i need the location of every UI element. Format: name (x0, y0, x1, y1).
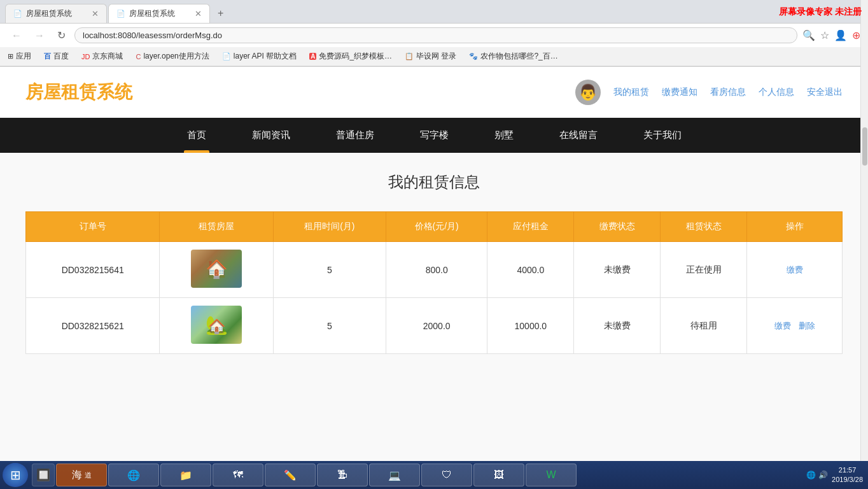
star-icon[interactable]: ☆ (820, 29, 829, 41)
tab-icon-2: 📄 (116, 10, 125, 18)
pay-button-2[interactable]: 缴费 (774, 321, 791, 330)
avatar-image: 👨 (578, 83, 598, 101)
bookmark-source-label: 免费源码_织梦模板… (319, 51, 392, 62)
order-id-2: DD0328215621 (26, 298, 160, 354)
chrome-icon: 🌐 (127, 469, 140, 472)
bookmark-layer-api[interactable]: 📄 layer API 帮助文档 (220, 50, 299, 63)
rental-status-2: 待租用 (661, 298, 747, 354)
bookmark-apps-label: 应用 (16, 51, 31, 62)
search-icon[interactable]: 🔍 (802, 29, 815, 41)
bookmark-source[interactable]: A 免费源码_织梦模板… (307, 50, 395, 63)
layer-api-icon: 📄 (222, 52, 231, 60)
taskbar-app-remote[interactable]: 💻 (369, 464, 420, 471)
view-house-link[interactable]: 看房信息 (710, 87, 746, 98)
bookmark-farm-label: 农作物包括哪些?_百… (480, 51, 557, 62)
bookmark-bishe[interactable]: 📋 毕设网 登录 (402, 50, 459, 63)
house-thumbnail-1 (191, 250, 242, 288)
refresh-button[interactable]: ↻ (53, 28, 69, 43)
col-rent: 应付租金 (487, 212, 574, 242)
source-icon: A (309, 53, 316, 60)
my-rental-link[interactable]: 我的租赁 (613, 87, 649, 98)
toolbar-icons: 🔍 ☆ 👤 ⊕ (802, 29, 860, 41)
taskbar-app-zip[interactable]: 🗜 (317, 464, 368, 471)
taskbar-app-design[interactable]: ✏️ (265, 464, 316, 471)
taskbar-app-map[interactable]: 🗺 (213, 464, 263, 471)
tab-2-close[interactable]: ✕ (195, 9, 202, 18)
bookmark-layer-label: layer.open使用方法 (143, 51, 209, 62)
bookmark-farm[interactable]: 🐾 农作物包括哪些?_百… (466, 50, 560, 63)
tab-bar: 📄 房屋租赁系统 ✕ 📄 房屋租赁系统 ✕ + (0, 0, 868, 23)
scrollbar-thumb[interactable] (862, 127, 867, 166)
start-button[interactable]: ⊞ (3, 463, 28, 471)
bookmark-jd[interactable]: JD 京东商城 (79, 50, 125, 63)
table-row: DD0328215641 5 800.0 4000.0 未缴费 正在使用 缴费 (26, 242, 843, 298)
bookmarks-bar: ⊞ 应用 百 百度 JD 京东商城 C layer.open使用方法 📄 lay… (0, 47, 868, 66)
logout-link[interactable]: 安全退出 (807, 87, 843, 98)
bookmark-layer[interactable]: C layer.open使用方法 (133, 50, 211, 63)
personal-info-link[interactable]: 个人信息 (759, 87, 794, 98)
farm-icon: 🐾 (469, 52, 478, 60)
price-2: 2000.0 (386, 298, 487, 354)
bookmark-bishe-label: 毕设网 登录 (416, 51, 456, 62)
rent-1: 4000.0 (487, 242, 574, 298)
nav-news[interactable]: 新闻资讯 (242, 118, 300, 153)
nav-message[interactable]: 在线留言 (549, 118, 608, 153)
new-tab-button[interactable]: + (211, 4, 230, 23)
actions-2: 缴费 删除 (747, 298, 843, 354)
taskbar-app-chrome[interactable]: 🌐 (108, 464, 159, 471)
map-icon: 🗺 (233, 469, 243, 471)
site-header: 房屋租赁系统 👨 我的租赁 缴费通知 看房信息 个人信息 安全退出 (0, 67, 868, 118)
page-wrapper: 房屋租赁系统 👨 我的租赁 缴费通知 看房信息 个人信息 安全退出 首页 新闻资… (0, 67, 868, 471)
months-1: 5 (273, 242, 386, 298)
nav-office[interactable]: 写字楼 (410, 118, 459, 153)
col-actions: 操作 (747, 212, 843, 242)
design-icon: ✏️ (284, 469, 297, 472)
house-img-2 (160, 298, 273, 354)
scrollbar[interactable] (860, 0, 868, 471)
house-img-1 (160, 242, 273, 298)
tab-2[interactable]: 📄 房屋租赁系统 ✕ (108, 4, 210, 23)
nav-about[interactable]: 关于我们 (633, 118, 692, 153)
taskbar-app-icon-1: 🔲 (36, 468, 50, 471)
rent-2: 10000.0 (487, 298, 574, 354)
forward-button[interactable]: → (31, 29, 48, 43)
taskbar-app-folder[interactable]: 📁 (160, 464, 211, 471)
url-input[interactable] (74, 27, 797, 43)
months-2: 5 (273, 298, 386, 354)
table-row: DD0328215621 5 2000.0 10000.0 未缴费 待租用 缴费… (26, 298, 843, 354)
taskbar-app-haidao[interactable]: 海 道 (56, 464, 107, 471)
page-title: 我的租赁信息 (25, 172, 843, 192)
payment-status-1: 未缴费 (574, 242, 661, 298)
taskbar-app-antivirus[interactable]: 🛡 (421, 464, 472, 471)
tab-icon-1: 📄 (13, 10, 22, 18)
payment-notice-link[interactable]: 缴费通知 (662, 87, 697, 98)
user-avatar: 👨 (575, 80, 601, 105)
delete-button-2[interactable]: 删除 (799, 321, 815, 330)
table-body: DD0328215641 5 800.0 4000.0 未缴费 正在使用 缴费 … (26, 242, 843, 354)
rental-table: 订单号 租赁房屋 租用时间(月) 价格(元/月) 应付租金 缴费状态 租赁状态 … (25, 211, 843, 354)
site-logo: 房屋租赁系统 (25, 80, 132, 104)
taskbar-btn-1[interactable]: 🔲 (32, 464, 55, 471)
content-area: 我的租赁信息 订单号 租赁房屋 租用时间(月) 价格(元/月) 应付租金 缴费状… (0, 153, 868, 471)
nav-villa[interactable]: 别墅 (484, 118, 524, 153)
tab-1[interactable]: 📄 房屋租赁系统 ✕ (5, 4, 107, 23)
taskbar-right: 🌐 🔊 21:57 2019/3/28 (806, 465, 865, 471)
col-order-id: 订单号 (26, 212, 160, 242)
time-display: 21:57 2019/3/28 (832, 465, 863, 471)
taskbar-app-photo[interactable]: 🖼 (473, 464, 524, 471)
back-button[interactable]: ← (8, 29, 25, 43)
tab-1-close[interactable]: ✕ (92, 9, 99, 18)
windows-icon: ⊞ (10, 467, 21, 471)
bookmark-baidu[interactable]: 百 百度 (41, 50, 71, 63)
pay-button-1[interactable]: 缴费 (787, 265, 803, 274)
apps-icon: ⊞ (8, 52, 13, 60)
tab-2-title: 房屋租赁系统 (129, 8, 175, 19)
haidao-label: 道 (85, 471, 92, 472)
folder-icon: 📁 (179, 469, 192, 472)
menu-icon[interactable]: ⊕ (852, 29, 860, 41)
bookmark-apps[interactable]: ⊞ 应用 (5, 50, 34, 63)
account-icon[interactable]: 👤 (834, 29, 847, 41)
nav-normal-house[interactable]: 普通住房 (326, 118, 384, 153)
nav-home[interactable]: 首页 (177, 118, 216, 153)
taskbar-app-word[interactable]: W (526, 464, 577, 471)
